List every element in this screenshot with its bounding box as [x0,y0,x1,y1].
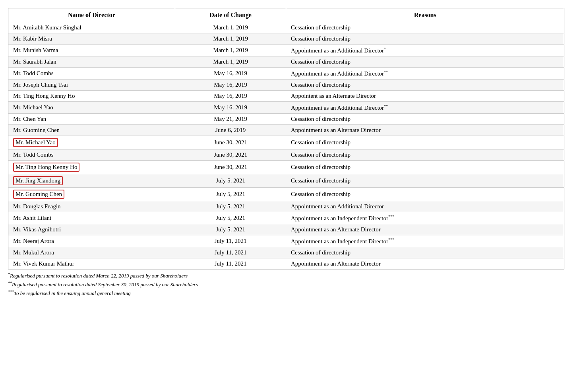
footnote-marker: ** [8,281,12,285]
cell-date: March 1, 2019 [175,33,286,45]
cell-reason: Appointment as an Independent Director**… [286,212,564,224]
cell-name: Mr. Neeraj Arora [8,235,175,247]
cell-date: May 16, 2019 [175,102,286,114]
table-row: Mr. Ashit LilaniJuly 5, 2021Appointment … [8,212,564,224]
cell-date: May 16, 2019 [175,80,286,91]
cell-reason: Appointment as an Independent Director**… [286,235,564,247]
cell-reason: Cessation of directorship [286,136,564,149]
cell-date: March 1, 2019 [175,56,286,68]
cell-name: Mr. Douglas Feagin [8,201,175,212]
cell-name: Mr. Munish Varma [8,45,175,56]
cell-reason: Appointment as an Alternate Director [286,224,564,235]
cell-name: Mr. Todd Combs [8,68,175,80]
table-row: Mr. Guoming ChenJuly 5, 2021Cessation of… [8,188,564,201]
cell-date: July 5, 2021 [175,188,286,201]
cell-reason: Appointment as an Alternate Director [286,258,564,270]
footnote-item: ***To be regularised in the ensuing annu… [8,289,564,297]
cell-date: March 1, 2019 [175,45,286,56]
header-reason: Reasons [286,8,564,22]
table-row: Mr. Vikas AgnihotriJuly 5, 2021Appointme… [8,224,564,235]
table-row: Mr. Todd CombsJune 30, 2021Cessation of … [8,149,564,161]
cell-reason: Cessation of directorship [286,80,564,91]
cell-reason: Appointment as an Additional Director** [286,102,564,114]
cell-reason: Cessation of directorship [286,247,564,258]
cell-reason: Cessation of directorship [286,56,564,68]
boxed-name: Mr. Ting Hong Kenny Ho [13,163,79,172]
cell-date: July 5, 2021 [175,212,286,224]
cell-name: Mr. Mukul Arora [8,247,175,258]
cell-reason: Cessation of directorship [286,188,564,201]
table-row: Mr. Michael YaoMay 16, 2019Appointment a… [8,102,564,114]
table-row: Mr. Ting Hong Kenny HoJune 30, 2021Cessa… [8,161,564,174]
boxed-name: Mr. Michael Yao [13,138,58,147]
cell-date: July 11, 2021 [175,258,286,270]
cell-reason: Appointment as an Additional Director** [286,68,564,80]
boxed-name: Mr. Guoming Chen [13,190,64,199]
table-row: Mr. Michael YaoJune 30, 2021Cessation of… [8,136,564,149]
superscript-marker: *** [388,237,394,242]
table-row: Mr. Joseph Chung TsaiMay 16, 2019Cessati… [8,80,564,91]
superscript-marker: *** [388,214,394,219]
table-row: Mr. Vivek Kumar MathurJuly 11, 2021Appoi… [8,258,564,270]
table-row: Mr. Saurabh JalanMarch 1, 2019Cessation … [8,56,564,68]
superscript-marker: ** [384,104,388,108]
table-row: Mr. Douglas FeaginJuly 5, 2021Appointmen… [8,201,564,212]
cell-name: Mr. Kabir Misra [8,33,175,45]
directors-table: Name of Director Date of Change Reasons … [8,8,564,270]
cell-date: June 30, 2021 [175,161,286,174]
table-row: Mr. Jing XiandongJuly 5, 2021Cessation o… [8,174,564,188]
table-row: Mr. Amitabh Kumar SinghalMarch 1, 2019Ce… [8,22,564,33]
cell-reason: Cessation of directorship [286,174,564,188]
table-row: Mr. Munish VarmaMarch 1, 2019Appointment… [8,45,564,56]
cell-date: June 30, 2021 [175,149,286,161]
cell-name: Mr. Vivek Kumar Mathur [8,258,175,270]
cell-name: Mr. Amitabh Kumar Singhal [8,22,175,33]
cell-date: May 16, 2019 [175,68,286,80]
table-header-row: Name of Director Date of Change Reasons [8,8,564,22]
cell-date: May 16, 2019 [175,91,286,102]
cell-date: May 21, 2019 [175,114,286,125]
cell-date: June 6, 2019 [175,125,286,136]
cell-name: Mr. Jing Xiandong [8,174,175,188]
cell-name: Mr. Guoming Chen [8,125,175,136]
cell-date: June 30, 2021 [175,136,286,149]
cell-date: July 5, 2021 [175,224,286,235]
footnote-item: *Regularised pursuant to resolution date… [8,271,564,280]
cell-date: July 11, 2021 [175,235,286,247]
superscript-marker: * [384,47,386,51]
cell-date: March 1, 2019 [175,22,286,33]
directors-table-container: Name of Director Date of Change Reasons … [8,8,564,297]
cell-reason: Cessation of directorship [286,114,564,125]
cell-name: Mr. Saurabh Jalan [8,56,175,68]
cell-name: Mr. Michael Yao [8,102,175,114]
cell-name: Mr. Ashit Lilani [8,212,175,224]
footnote-marker: *** [8,289,14,294]
cell-name: Mr. Guoming Chen [8,188,175,201]
superscript-marker: ** [384,70,388,74]
cell-reason: Appointment as an Additional Director [286,201,564,212]
table-row: Mr. Mukul AroraJuly 11, 2021Cessation of… [8,247,564,258]
cell-reason: Appointment as an Additional Director* [286,45,564,56]
cell-reason: Appointment as an Alternate Director [286,125,564,136]
table-row: Mr. Todd CombsMay 16, 2019Appointment as… [8,68,564,80]
cell-date: July 11, 2021 [175,247,286,258]
boxed-name: Mr. Jing Xiandong [13,176,63,185]
cell-reason: Cessation of directorship [286,161,564,174]
cell-name: Mr. Joseph Chung Tsai [8,80,175,91]
footnote-marker: * [8,272,10,276]
cell-reason: Cessation of directorship [286,33,564,45]
cell-name: Mr. Ting Hong Kenny Ho [8,91,175,102]
cell-reason: Cessation of directorship [286,22,564,33]
cell-name: Mr. Vikas Agnihotri [8,224,175,235]
table-row: Mr. Neeraj AroraJuly 11, 2021Appointment… [8,235,564,247]
cell-reason: Appointent as an Alternate Director [286,91,564,102]
header-name: Name of Director [8,8,175,22]
cell-name: Mr. Chen Yan [8,114,175,125]
footnotes-section: *Regularised pursuant to resolution date… [8,271,564,297]
table-row: Mr. Guoming ChenJune 6, 2019Appointment … [8,125,564,136]
cell-date: July 5, 2021 [175,201,286,212]
cell-name: Mr. Michael Yao [8,136,175,149]
table-row: Mr. Chen YanMay 21, 2019Cessation of dir… [8,114,564,125]
cell-date: July 5, 2021 [175,174,286,188]
header-date: Date of Change [175,8,286,22]
